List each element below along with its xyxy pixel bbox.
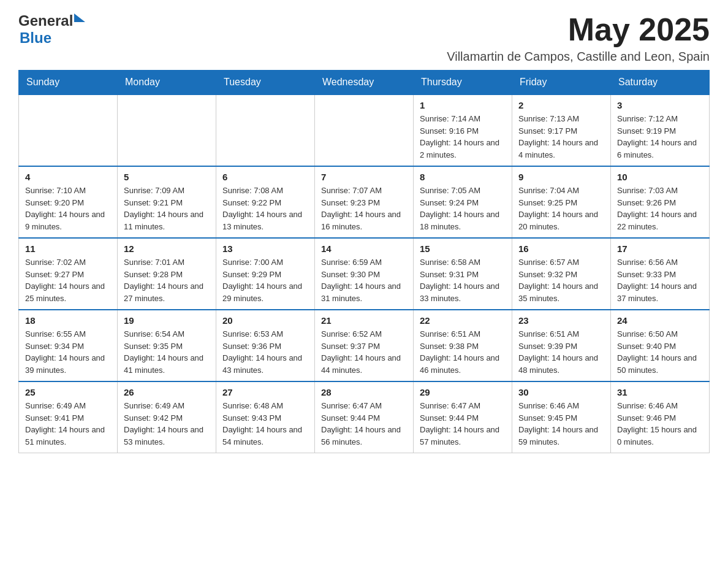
day-number: 29 bbox=[420, 387, 506, 397]
day-info: Sunrise: 6:49 AM Sunset: 9:42 PM Dayligh… bbox=[124, 400, 210, 448]
calendar-week-row: 1Sunrise: 7:14 AM Sunset: 9:16 PM Daylig… bbox=[19, 94, 710, 166]
day-number: 3 bbox=[617, 100, 703, 110]
day-number: 17 bbox=[617, 243, 703, 254]
day-info: Sunrise: 7:12 AM Sunset: 9:19 PM Dayligh… bbox=[617, 113, 703, 161]
calendar-cell bbox=[118, 94, 216, 166]
location-title: Villamartin de Campos, Castille and Leon… bbox=[447, 50, 710, 64]
calendar-cell: 6Sunrise: 7:08 AM Sunset: 9:22 PM Daylig… bbox=[216, 166, 315, 238]
day-info: Sunrise: 6:50 AM Sunset: 9:40 PM Dayligh… bbox=[617, 328, 703, 376]
column-header-wednesday: Wednesday bbox=[315, 71, 414, 95]
column-header-tuesday: Tuesday bbox=[216, 71, 315, 95]
calendar-cell: 5Sunrise: 7:09 AM Sunset: 9:21 PM Daylig… bbox=[118, 166, 216, 238]
day-info: Sunrise: 7:10 AM Sunset: 9:20 PM Dayligh… bbox=[25, 185, 111, 232]
calendar-cell: 27Sunrise: 6:48 AM Sunset: 9:43 PM Dayli… bbox=[216, 381, 315, 453]
day-number: 16 bbox=[518, 243, 604, 254]
calendar-cell: 18Sunrise: 6:55 AM Sunset: 9:34 PM Dayli… bbox=[19, 310, 118, 381]
day-number: 18 bbox=[25, 315, 111, 326]
column-header-sunday: Sunday bbox=[19, 71, 118, 95]
calendar-cell: 16Sunrise: 6:57 AM Sunset: 9:32 PM Dayli… bbox=[512, 238, 611, 310]
calendar-cell: 19Sunrise: 6:54 AM Sunset: 9:35 PM Dayli… bbox=[118, 310, 216, 381]
calendar-cell: 12Sunrise: 7:01 AM Sunset: 9:28 PM Dayli… bbox=[118, 238, 216, 310]
day-info: Sunrise: 6:46 AM Sunset: 9:45 PM Dayligh… bbox=[518, 400, 604, 448]
page-header: General Blue May 2025 Villamartin de Cam… bbox=[18, 12, 710, 64]
day-number: 24 bbox=[617, 315, 703, 326]
day-info: Sunrise: 6:55 AM Sunset: 9:34 PM Dayligh… bbox=[25, 328, 111, 376]
day-info: Sunrise: 7:03 AM Sunset: 9:26 PM Dayligh… bbox=[617, 185, 703, 232]
calendar-cell: 8Sunrise: 7:05 AM Sunset: 9:24 PM Daylig… bbox=[414, 166, 512, 238]
column-header-thursday: Thursday bbox=[414, 71, 512, 95]
day-info: Sunrise: 6:52 AM Sunset: 9:37 PM Dayligh… bbox=[321, 328, 407, 376]
day-info: Sunrise: 7:14 AM Sunset: 9:16 PM Dayligh… bbox=[420, 113, 506, 161]
month-title: May 2025 bbox=[447, 12, 710, 47]
logo-arrow-icon bbox=[74, 13, 85, 22]
day-number: 11 bbox=[25, 243, 111, 254]
day-info: Sunrise: 6:49 AM Sunset: 9:41 PM Dayligh… bbox=[25, 400, 111, 448]
day-info: Sunrise: 7:01 AM Sunset: 9:28 PM Dayligh… bbox=[124, 256, 210, 304]
day-number: 5 bbox=[124, 172, 210, 182]
calendar-week-row: 25Sunrise: 6:49 AM Sunset: 9:41 PM Dayli… bbox=[19, 381, 710, 453]
logo: General Blue bbox=[18, 12, 85, 47]
calendar-cell bbox=[315, 94, 414, 166]
day-info: Sunrise: 6:47 AM Sunset: 9:44 PM Dayligh… bbox=[420, 400, 506, 448]
logo-blue-text: Blue bbox=[20, 29, 85, 47]
day-number: 21 bbox=[321, 315, 407, 326]
day-info: Sunrise: 6:54 AM Sunset: 9:35 PM Dayligh… bbox=[124, 328, 210, 376]
calendar-cell: 11Sunrise: 7:02 AM Sunset: 9:27 PM Dayli… bbox=[19, 238, 118, 310]
day-info: Sunrise: 6:46 AM Sunset: 9:46 PM Dayligh… bbox=[617, 400, 703, 448]
day-info: Sunrise: 6:51 AM Sunset: 9:38 PM Dayligh… bbox=[420, 328, 506, 376]
day-number: 2 bbox=[518, 100, 604, 110]
day-info: Sunrise: 7:04 AM Sunset: 9:25 PM Dayligh… bbox=[518, 185, 604, 232]
day-number: 9 bbox=[518, 172, 604, 182]
day-number: 6 bbox=[222, 172, 308, 182]
calendar-cell: 17Sunrise: 6:56 AM Sunset: 9:33 PM Dayli… bbox=[611, 238, 710, 310]
calendar-week-row: 4Sunrise: 7:10 AM Sunset: 9:20 PM Daylig… bbox=[19, 166, 710, 238]
calendar-cell: 13Sunrise: 7:00 AM Sunset: 9:29 PM Dayli… bbox=[216, 238, 315, 310]
day-number: 12 bbox=[124, 243, 210, 254]
day-number: 7 bbox=[321, 172, 407, 182]
calendar-cell: 4Sunrise: 7:10 AM Sunset: 9:20 PM Daylig… bbox=[19, 166, 118, 238]
day-info: Sunrise: 6:59 AM Sunset: 9:30 PM Dayligh… bbox=[321, 256, 407, 304]
calendar-cell: 29Sunrise: 6:47 AM Sunset: 9:44 PM Dayli… bbox=[414, 381, 512, 453]
day-info: Sunrise: 6:58 AM Sunset: 9:31 PM Dayligh… bbox=[420, 256, 506, 304]
calendar-table: SundayMondayTuesdayWednesdayThursdayFrid… bbox=[18, 70, 710, 453]
logo-general-text: General bbox=[18, 12, 73, 29]
column-header-monday: Monday bbox=[118, 71, 216, 95]
day-info: Sunrise: 6:48 AM Sunset: 9:43 PM Dayligh… bbox=[222, 400, 308, 448]
day-number: 23 bbox=[518, 315, 604, 326]
day-number: 14 bbox=[321, 243, 407, 254]
calendar-cell: 22Sunrise: 6:51 AM Sunset: 9:38 PM Dayli… bbox=[414, 310, 512, 381]
day-number: 25 bbox=[25, 387, 111, 397]
day-info: Sunrise: 6:53 AM Sunset: 9:36 PM Dayligh… bbox=[222, 328, 308, 376]
day-number: 30 bbox=[518, 387, 604, 397]
day-number: 22 bbox=[420, 315, 506, 326]
column-header-friday: Friday bbox=[512, 71, 611, 95]
calendar-header-row: SundayMondayTuesdayWednesdayThursdayFrid… bbox=[19, 71, 710, 95]
day-info: Sunrise: 7:08 AM Sunset: 9:22 PM Dayligh… bbox=[222, 185, 308, 232]
day-number: 26 bbox=[124, 387, 210, 397]
calendar-cell bbox=[19, 94, 118, 166]
day-info: Sunrise: 7:13 AM Sunset: 9:17 PM Dayligh… bbox=[518, 113, 604, 161]
calendar-cell: 23Sunrise: 6:51 AM Sunset: 9:39 PM Dayli… bbox=[512, 310, 611, 381]
day-info: Sunrise: 7:00 AM Sunset: 9:29 PM Dayligh… bbox=[222, 256, 308, 304]
calendar-cell: 20Sunrise: 6:53 AM Sunset: 9:36 PM Dayli… bbox=[216, 310, 315, 381]
day-info: Sunrise: 7:02 AM Sunset: 9:27 PM Dayligh… bbox=[25, 256, 111, 304]
day-number: 19 bbox=[124, 315, 210, 326]
day-number: 10 bbox=[617, 172, 703, 182]
day-info: Sunrise: 7:07 AM Sunset: 9:23 PM Dayligh… bbox=[321, 185, 407, 232]
day-info: Sunrise: 6:47 AM Sunset: 9:44 PM Dayligh… bbox=[321, 400, 407, 448]
calendar-cell: 31Sunrise: 6:46 AM Sunset: 9:46 PM Dayli… bbox=[611, 381, 710, 453]
column-header-saturday: Saturday bbox=[611, 71, 710, 95]
calendar-cell: 1Sunrise: 7:14 AM Sunset: 9:16 PM Daylig… bbox=[414, 94, 512, 166]
calendar-cell: 10Sunrise: 7:03 AM Sunset: 9:26 PM Dayli… bbox=[611, 166, 710, 238]
calendar-cell: 25Sunrise: 6:49 AM Sunset: 9:41 PM Dayli… bbox=[19, 381, 118, 453]
calendar-cell: 3Sunrise: 7:12 AM Sunset: 9:19 PM Daylig… bbox=[611, 94, 710, 166]
calendar-week-row: 11Sunrise: 7:02 AM Sunset: 9:27 PM Dayli… bbox=[19, 238, 710, 310]
day-info: Sunrise: 6:51 AM Sunset: 9:39 PM Dayligh… bbox=[518, 328, 604, 376]
calendar-cell: 30Sunrise: 6:46 AM Sunset: 9:45 PM Dayli… bbox=[512, 381, 611, 453]
calendar-cell: 2Sunrise: 7:13 AM Sunset: 9:17 PM Daylig… bbox=[512, 94, 611, 166]
day-number: 20 bbox=[222, 315, 308, 326]
calendar-cell: 24Sunrise: 6:50 AM Sunset: 9:40 PM Dayli… bbox=[611, 310, 710, 381]
calendar-cell: 26Sunrise: 6:49 AM Sunset: 9:42 PM Dayli… bbox=[118, 381, 216, 453]
day-info: Sunrise: 6:56 AM Sunset: 9:33 PM Dayligh… bbox=[617, 256, 703, 304]
day-number: 13 bbox=[222, 243, 308, 254]
